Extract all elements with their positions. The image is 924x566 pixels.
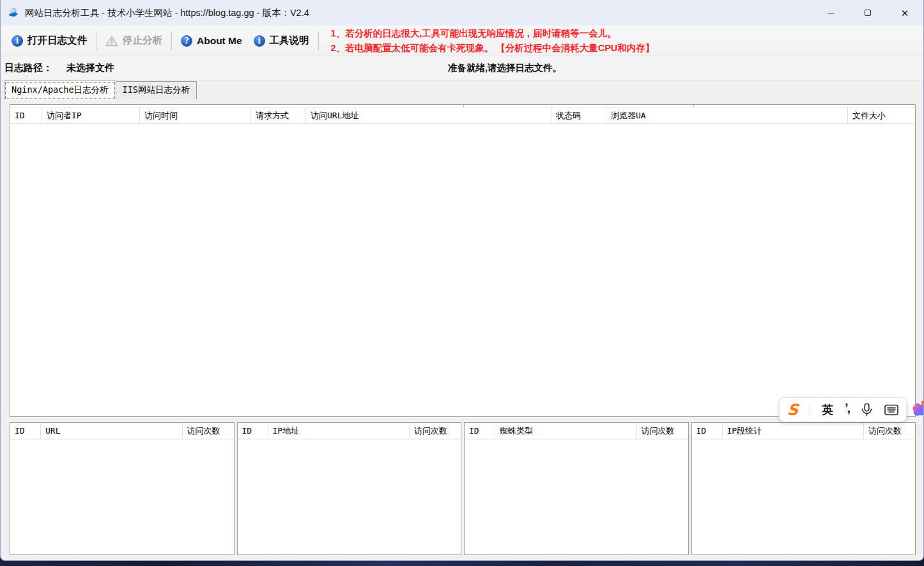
column-header-id[interactable]: ID xyxy=(238,423,268,439)
log-table: ID 访问者IP 访问时间 请求方式 访问URL地址 状态码 浏览器UA 文件大… xyxy=(10,104,916,417)
url-stats-body[interactable] xyxy=(10,439,234,554)
url-stats-header: ID URL 访问次数 xyxy=(10,423,234,439)
stop-analysis-button[interactable]: 停止分析 xyxy=(100,30,168,51)
ip-stats-body[interactable] xyxy=(238,439,461,554)
close-button[interactable]: ✕ xyxy=(886,0,923,26)
info-icon: i xyxy=(12,35,23,47)
app-icon xyxy=(7,6,20,19)
spider-stats-table: ID 蜘蛛类型 访问次数 xyxy=(464,422,689,555)
maximize-button[interactable] xyxy=(849,0,886,26)
column-header-file-size[interactable]: 文件大小 xyxy=(848,107,915,123)
column-header-visit-count[interactable]: 访问次数 xyxy=(637,423,688,439)
ip-stats-header: ID IP地址 访问次数 xyxy=(238,423,461,439)
toolbar: i 打开日志文件 停止分析 ? About Me i 工具说明 1、若分析的 xyxy=(1,26,923,56)
warning-line-2: 2、若电脑配置太低可能会有卡死现象。 【分析过程中会消耗大量CPU和内存】 xyxy=(331,42,655,55)
sogou-logo-icon[interactable]: S xyxy=(787,402,799,418)
titlebar: 网站日志分析工具 - 技术小学生网站 - https://blog.tag.gg… xyxy=(1,0,923,26)
ip-range-stats-body[interactable] xyxy=(692,439,916,554)
divider xyxy=(693,105,694,107)
log-table-header: ID 访问者IP 访问时间 请求方式 访问URL地址 状态码 浏览器UA 文件大… xyxy=(10,107,915,124)
column-header-visit-time[interactable]: 访问时间 xyxy=(140,107,251,123)
ip-range-stats-header: ID IP段统计 访问次数 xyxy=(692,423,916,439)
column-header-url[interactable]: 访问URL地址 xyxy=(306,107,551,123)
column-header-ip-range[interactable]: IP段统计 xyxy=(723,423,865,439)
column-header-spider-type[interactable]: 蜘蛛类型 xyxy=(495,423,637,439)
column-header-visitor-ip[interactable]: 访问者IP xyxy=(42,107,140,123)
column-header-method[interactable]: 请求方式 xyxy=(251,107,306,123)
spider-stats-header: ID 蜘蛛类型 访问次数 xyxy=(465,423,688,439)
ime-separator xyxy=(810,404,810,416)
tab-iis[interactable]: IIS网站日志分析 xyxy=(116,81,197,99)
keyboard-icon[interactable] xyxy=(884,404,898,416)
ime-toolbar: S 英 ’, xyxy=(779,397,907,422)
about-me-button[interactable]: ? About Me xyxy=(175,31,248,51)
punctuation-icon[interactable]: ’, xyxy=(845,402,849,418)
app-window: 网站日志分析工具 - 技术小学生网站 - https://blog.tag.gg… xyxy=(0,0,924,561)
microphone-icon[interactable] xyxy=(861,403,873,417)
table-top-strip xyxy=(10,105,915,107)
window-title: 网站日志分析工具 - 技术小学生网站 - https://blog.tag.gg… xyxy=(25,7,309,19)
column-header-id[interactable]: ID xyxy=(10,107,42,123)
column-header-browser-ua[interactable]: 浏览器UA xyxy=(606,107,848,123)
divider xyxy=(463,105,464,107)
open-log-file-label: 打开日志文件 xyxy=(27,34,87,47)
toolbar-separator xyxy=(171,31,172,51)
tool-help-button[interactable]: i 工具说明 xyxy=(248,30,315,51)
toolbar-separator xyxy=(318,31,319,51)
warning-line-1: 1、若分析的日志很大,工具可能出现无响应情况，届时请稍等一会儿。 xyxy=(331,27,655,40)
ip-range-stats-table: ID IP段统计 访问次数 xyxy=(691,422,916,555)
close-icon: ✕ xyxy=(901,8,909,18)
ai-assistant-icon[interactable] xyxy=(911,400,924,421)
status-row: 日志路径： 未选择文件 准备就绪,请选择日志文件。 xyxy=(1,56,923,81)
toolbar-separator xyxy=(96,31,96,51)
info-icon: i xyxy=(254,35,265,47)
column-header-visit-count[interactable]: 访问次数 xyxy=(410,423,461,439)
column-header-status-code[interactable]: 状态码 xyxy=(551,107,606,123)
maximize-icon xyxy=(865,10,871,16)
tab-bar: Nginx/Apache日志分析 IIS网站日志分析 xyxy=(1,81,923,100)
column-header-visit-count[interactable]: 访问次数 xyxy=(864,423,915,439)
stop-analysis-label: 停止分析 xyxy=(123,34,162,47)
tool-help-label: 工具说明 xyxy=(270,34,309,47)
warning-icon xyxy=(105,35,118,47)
column-header-visit-count[interactable]: 访问次数 xyxy=(183,423,234,439)
question-icon: ? xyxy=(181,35,192,47)
column-header-ip-address[interactable]: IP地址 xyxy=(268,423,410,439)
url-stats-table: ID URL 访问次数 xyxy=(10,422,235,555)
log-path-value: 未选择文件 xyxy=(66,62,114,74)
ip-stats-table: ID IP地址 访问次数 xyxy=(237,422,462,555)
about-me-label: About Me xyxy=(197,35,242,47)
warning-notes: 1、若分析的日志很大,工具可能出现无响应情况，届时请稍等一会儿。 2、若电脑配置… xyxy=(331,27,655,55)
log-path-label: 日志路径： xyxy=(4,62,52,74)
ime-language-toggle[interactable]: 英 xyxy=(822,404,833,416)
status-message: 准备就绪,请选择日志文件。 xyxy=(448,62,562,74)
minimize-button[interactable] xyxy=(812,0,849,26)
open-log-file-button[interactable]: i 打开日志文件 xyxy=(6,30,93,51)
stats-tables: ID URL 访问次数 ID IP地址 访问次数 ID 蜘蛛类型 访问次数 xyxy=(10,422,916,555)
column-header-id[interactable]: ID xyxy=(465,423,495,439)
minimize-icon xyxy=(828,13,835,13)
log-table-body[interactable] xyxy=(10,124,915,416)
spider-stats-body[interactable] xyxy=(465,439,688,554)
column-header-id[interactable]: ID xyxy=(692,423,723,439)
column-header-url[interactable]: URL xyxy=(41,423,183,439)
column-header-id[interactable]: ID xyxy=(10,423,41,439)
tab-nginx-apache[interactable]: Nginx/Apache日志分析 xyxy=(4,81,116,100)
